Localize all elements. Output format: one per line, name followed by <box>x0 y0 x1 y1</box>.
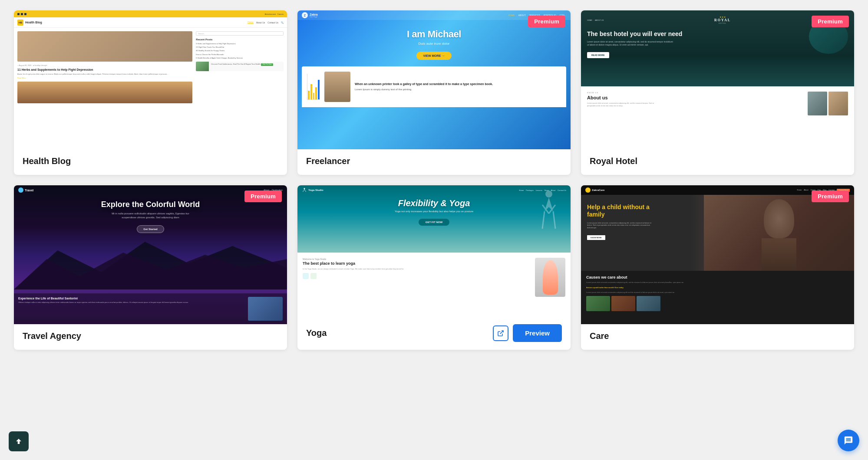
fl-scroll-section: When an unknown printer took a galley of… <box>302 66 566 107</box>
hb-nav-search: 🔍 <box>281 21 284 24</box>
hb-social-tw <box>21 13 23 15</box>
svg-line-6 <box>542 211 545 229</box>
yoga-icon-2 <box>310 273 317 279</box>
rh-about-img-2 <box>828 92 848 115</box>
fl-nav-home: HOME <box>508 14 515 16</box>
yoga-lower-desc: In the Yoga Studio, we are always dedica… <box>303 268 530 270</box>
ta-logo-text: Travel <box>25 189 33 192</box>
hb-topbar-links: Advertisement Careers <box>265 13 284 15</box>
yoga-logo-svg <box>302 187 307 193</box>
hb-footer-image <box>17 82 192 103</box>
care-body-shape <box>762 238 796 271</box>
hb-topbar: Advertisement Careers <box>14 10 287 17</box>
hb-logo: HB Health Blog <box>17 20 42 26</box>
rh-nav-home: HOME <box>587 19 592 21</box>
card-travel-agency[interactable]: Premium Travel About Destination Explore… <box>14 185 287 350</box>
yoga-logo-text: Yoga Studio <box>308 189 323 191</box>
ta-logo: Travel <box>18 187 33 193</box>
hb-sidebar-cards: Uncover Food Intolerances, Heal The Gut … <box>196 62 284 71</box>
care-lower-actions: Actions speak louder than words! Give to… <box>586 286 849 289</box>
care-action-desc: Lorem ipsum dolor sit amet consectetur a… <box>586 291 849 294</box>
scroll-top-button[interactable] <box>9 431 29 451</box>
hb-search-placeholder: Search... <box>198 33 281 35</box>
chat-button[interactable] <box>838 430 859 451</box>
care-preview: Premium ZakraCare Home About Cause Faq B… <box>581 185 854 324</box>
yoga-hero-subtitle: Yoga not only increases your flexibility… <box>301 210 567 213</box>
fl-cta-button: VIEW MORE → <box>416 52 452 60</box>
hb-nav-about: About Us <box>256 21 265 24</box>
rh-logo-text: ROYAL <box>714 18 731 22</box>
rh-nav-left: HOME ABOUT US <box>587 19 604 21</box>
yoga-cta-button: GET FIT NOW <box>419 219 449 226</box>
fl-bar-5 <box>318 80 320 99</box>
rh-about-images <box>808 92 848 115</box>
freelancer-preview: Premium Zakra One Page HOME ABOUT SERVIC… <box>297 10 571 149</box>
fl-logo-icon <box>302 12 308 18</box>
fl-nav-about: ABOUT <box>518 14 525 16</box>
hb-sidebar-card: Uncover Food Intolerances, Heal The Gut … <box>196 62 284 71</box>
hb-logo-icon: HB <box>17 20 23 26</box>
yoga-nav-home: Home <box>519 189 524 191</box>
yoga-preview-label: Preview <box>525 329 550 337</box>
rh-about-img-1 <box>808 92 827 115</box>
care-hero-desc: Lorem ipsum dolor sit amet, consectetur … <box>587 222 657 229</box>
yoga-hero: Yoga Studio Home Packages Lessons News A… <box>297 185 571 253</box>
yoga-external-link-icon[interactable] <box>493 325 508 341</box>
template-grid: Advertisement Careers HB Health Blog Hom… <box>0 0 868 360</box>
travel-premium-badge: Premium <box>244 191 282 202</box>
fl-bar-3 <box>313 93 315 99</box>
card-care[interactable]: Premium ZakraCare Home About Cause Faq B… <box>581 185 854 350</box>
hb-search: Search... <box>196 31 284 36</box>
yoga-nav-packages: Packages <box>526 189 534 191</box>
yoga-hero-title: Flexibility & Yoga <box>301 198 567 208</box>
care-lower-images <box>586 296 849 311</box>
fl-logo-tagline: One Page <box>310 16 318 18</box>
card-yoga-label: Yoga <box>306 328 327 338</box>
fl-logo: Zakra One Page <box>302 12 318 18</box>
yoga-welcome: Welcome to Yoga Studio <box>303 258 530 260</box>
ta-hero-subtitle: Mi in nulla posuere sollicitudin aliquam… <box>107 212 194 220</box>
hb-sc-text: Uncover Food Intolerances, Heal The Gut … <box>210 62 274 71</box>
card-freelancer[interactable]: Premium Zakra One Page HOME ABOUT SERVIC… <box>297 10 571 175</box>
card-royal-hotel-label: Royal Hotel <box>581 149 854 175</box>
care-premium-badge: Premium <box>812 191 849 202</box>
hb-navbar: HB Health Blog Home About Us Contact Us … <box>14 17 287 28</box>
rh-nav-about: ABOUT US <box>595 19 604 21</box>
ta-lower-section: Experience the Life of Beautiful Santori… <box>14 293 287 324</box>
hb-post-meta: ○ August 28, 2020 ● Healthy Lifestyle <box>17 64 192 66</box>
freelancer-premium-badge: Premium <box>528 16 565 27</box>
card-health-blog[interactable]: Advertisement Careers HB Health Blog Hom… <box>14 10 287 175</box>
travel-agency-preview: Premium Travel About Destination Explore… <box>14 185 287 324</box>
hb-recent-3: 40 Healthy Snacks for Hungry Teams <box>196 49 284 52</box>
card-royal-hotel[interactable]: Premium HOME ABOUT US ★★★ ROYAL HOTEL RO… <box>581 10 854 175</box>
svg-line-7 <box>553 211 555 229</box>
card-travel-agency-label: Travel Agency <box>14 324 287 350</box>
care-face-shape <box>764 199 794 238</box>
rh-about-section: KNOW US About us Lorem ipsum dolor sit a… <box>581 86 854 121</box>
hb-nav-contact: Contact Us <box>267 21 278 24</box>
hb-sc-btn: Take The Class <box>261 63 274 66</box>
fl-chart <box>307 74 320 100</box>
care-lower-img-3 <box>637 296 660 311</box>
card-freelancer-label: Freelancer <box>297 149 571 175</box>
svg-line-8 <box>500 331 503 334</box>
care-hero-text: Help a child without a family Lorem ipsu… <box>587 204 661 240</box>
royal-hotel-preview: Premium HOME ABOUT US ★★★ ROYAL HOTEL RO… <box>581 10 854 149</box>
yoga-person-img <box>543 260 558 295</box>
hb-sidebar: Search... Recent Posts 9 Herbs and Suppl… <box>196 31 284 103</box>
yoga-preview-button[interactable]: Preview <box>513 324 562 342</box>
ta-lower-title: Experience the Life of Beautiful Santori… <box>18 297 244 300</box>
care-lower-img-1 <box>586 296 610 311</box>
hb-read-more: Read More <box>17 77 192 79</box>
rh-logo-subtitle: HOTEL <box>714 22 731 24</box>
hb-hero-image <box>17 31 192 62</box>
fl-text-block: When an unknown printer took a galley of… <box>355 82 493 92</box>
care-hero-section: Help a child without a family Lorem ipsu… <box>581 195 854 271</box>
ta-logo-icon <box>18 187 23 193</box>
fl-person-image <box>324 72 350 102</box>
rh-about-text: KNOW US About us Lorem ipsum dolor sit a… <box>587 92 803 107</box>
yoga-lower-image <box>535 258 565 297</box>
care-lower-desc: Lorem ipsum dolor sit amet consectetur a… <box>586 281 849 284</box>
hb-nav-links: Home About Us Contact Us 🔍 <box>248 21 284 24</box>
card-yoga[interactable]: Yoga Studio Home Packages Lessons News A… <box>297 185 571 350</box>
